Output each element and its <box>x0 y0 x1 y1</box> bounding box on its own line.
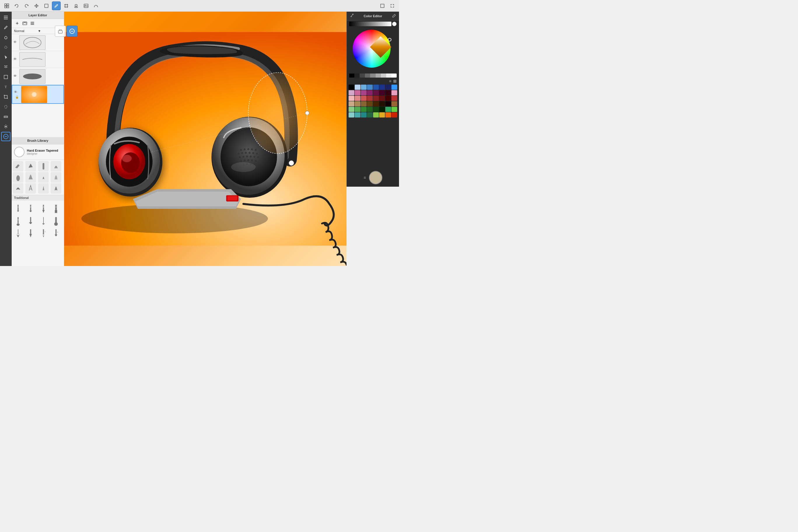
color-picker-dropper[interactable] <box>350 14 354 18</box>
layer-4-visibility[interactable]: 👁 <box>14 90 19 95</box>
swatch-red-5[interactable] <box>373 96 379 101</box>
swatch-red-7[interactable] <box>385 96 391 101</box>
layer-3-visibility[interactable]: 👁 <box>14 74 18 79</box>
gray-scale-row[interactable] <box>349 74 397 78</box>
swatch-pink-2[interactable] <box>355 90 361 95</box>
color-white-swatch[interactable] <box>392 22 397 26</box>
swatch-blue-7[interactable] <box>392 84 397 90</box>
swatch-pink-8[interactable] <box>392 90 397 95</box>
swatch-green-3[interactable] <box>361 107 367 112</box>
toolbar-window-btn[interactable] <box>378 1 387 10</box>
gray-swatch-0[interactable] <box>349 74 354 78</box>
brush-item-4[interactable] <box>51 161 61 171</box>
tool-crop[interactable] <box>1 92 11 101</box>
tool-shape[interactable] <box>1 72 11 82</box>
swatch-green-8[interactable] <box>392 107 397 112</box>
erase-active-btn[interactable] <box>66 26 78 37</box>
brush-item-11[interactable] <box>38 183 49 194</box>
canvas-area[interactable] <box>64 12 346 266</box>
swatch-brown-4[interactable] <box>367 101 373 107</box>
layer-4-lock[interactable]: 🔒 <box>15 95 19 99</box>
tool-ruler[interactable] <box>1 112 11 121</box>
swatch-brown-7[interactable] <box>385 101 391 107</box>
tool-airbrush[interactable] <box>1 43 11 52</box>
swatch-blue-5[interactable] <box>379 84 385 90</box>
tool-select-lasso[interactable] <box>1 102 11 111</box>
tool-symmetry[interactable] <box>1 122 11 131</box>
gray-swatch-4[interactable] <box>370 74 375 78</box>
swatch-brown-3[interactable] <box>361 101 367 107</box>
trad-brush-8[interactable] <box>13 226 23 238</box>
swatch-green-1[interactable] <box>348 107 354 112</box>
brush-item-5[interactable] <box>13 172 23 183</box>
toolbar-transform-btn[interactable] <box>62 1 71 10</box>
color-gradient-strip[interactable] <box>349 22 392 26</box>
gray-swatch-5[interactable] <box>376 74 381 78</box>
swatch-red-6[interactable] <box>379 96 385 101</box>
toolbar-curve-btn[interactable] <box>92 1 100 10</box>
brush-item-7[interactable] <box>38 172 49 183</box>
swatch-black[interactable] <box>348 84 354 90</box>
brush-item-12[interactable] <box>51 183 61 194</box>
swatch-brown-1[interactable] <box>348 101 354 107</box>
swatch-green-5[interactable] <box>373 107 379 112</box>
trad-brush-4a[interactable]: 4 <box>51 202 61 213</box>
tool-fill[interactable] <box>1 53 11 62</box>
toolbar-redo-btn[interactable] <box>22 1 31 10</box>
swatch-blue-6[interactable] <box>385 84 391 90</box>
swatch-brown-8[interactable] <box>392 101 397 107</box>
trad-brush-7[interactable] <box>51 214 61 226</box>
trad-brush-11[interactable]: 2 <box>51 226 61 238</box>
swatch-teal-2[interactable] <box>355 112 361 117</box>
gray-swatch-6[interactable] <box>381 74 386 78</box>
swatch-teal-3[interactable] <box>361 112 367 117</box>
swatch-orange-1[interactable] <box>385 112 391 117</box>
swatch-brown-6[interactable] <box>379 101 385 107</box>
layer-menu-btn[interactable] <box>29 20 36 26</box>
erase-toggle-btn[interactable] <box>55 26 66 37</box>
tool-text[interactable]: T <box>1 82 11 92</box>
trad-brush-9[interactable] <box>25 226 36 238</box>
toolbar-image-btn[interactable] <box>82 1 90 10</box>
tool-layers[interactable] <box>1 13 11 22</box>
brush-item-10[interactable] <box>25 183 36 194</box>
swatch-pink-4[interactable] <box>367 90 373 95</box>
gray-swatch-2[interactable] <box>360 74 365 78</box>
swatch-blue-3[interactable] <box>367 84 373 90</box>
toolbar-grid-btn[interactable] <box>2 1 11 10</box>
trad-brush-4b[interactable]: 4 <box>13 214 23 226</box>
swatch-blue-1[interactable] <box>355 84 361 90</box>
swatch-teal-4[interactable] <box>367 112 373 117</box>
toolbar-stamp-btn[interactable] <box>72 1 80 10</box>
swatch-pink-5[interactable] <box>373 90 379 95</box>
trad-brush-6[interactable] <box>38 214 49 226</box>
toolbar-undo-btn[interactable] <box>12 1 21 10</box>
gray-swatch-3[interactable] <box>365 74 370 78</box>
swatch-green-7[interactable] <box>385 107 391 112</box>
swatch-red-3[interactable] <box>361 96 367 101</box>
layer-item-2[interactable]: 👁 <box>12 51 64 68</box>
trad-brush-3[interactable]: 3 <box>38 202 49 213</box>
trad-brush-10[interactable]: 1 <box>38 226 49 238</box>
swatch-list-view[interactable]: ≡ <box>389 79 392 83</box>
color-editor-dropper2[interactable] <box>392 14 396 18</box>
brush-item-1[interactable] <box>13 161 23 171</box>
trad-brush-1[interactable]: 1 <box>13 202 23 213</box>
active-color-display[interactable] <box>369 171 382 184</box>
swatch-red-2[interactable] <box>355 96 361 101</box>
gray-swatch-1[interactable] <box>354 74 360 78</box>
layer-2-visibility[interactable]: 👁 <box>14 57 18 62</box>
swatch-red-1[interactable] <box>348 96 354 101</box>
layer-item-3[interactable]: 👁 <box>12 68 64 85</box>
swatch-pink-6[interactable] <box>379 90 385 95</box>
layer-1-visibility[interactable]: 👁 <box>14 40 18 45</box>
toolbar-pencil-btn[interactable] <box>52 1 61 10</box>
swatch-blue-4[interactable] <box>373 84 379 90</box>
trad-brush-5[interactable] <box>25 214 36 226</box>
tool-marker[interactable] <box>1 33 11 42</box>
swatch-green-6[interactable] <box>379 107 385 112</box>
toolbar-move-btn[interactable] <box>32 1 41 10</box>
brush-item-3[interactable] <box>38 161 49 171</box>
tool-eraser[interactable] <box>1 132 11 141</box>
gray-swatch-8[interactable] <box>392 74 397 78</box>
